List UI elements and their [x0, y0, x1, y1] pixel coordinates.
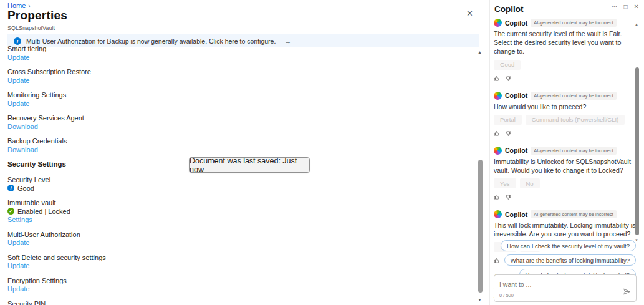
setting-label: Security Level: [7, 176, 444, 184]
encryption-update-link[interactable]: Update: [7, 285, 444, 293]
blade-close-icon[interactable]: ✕: [466, 9, 473, 18]
copilot-scroll-up-icon[interactable]: ▲: [635, 22, 638, 26]
copilot-scrollbar-thumb[interactable]: [635, 67, 639, 235]
info-icon: i: [14, 37, 21, 45]
setting-label: Smart tiering: [7, 45, 444, 53]
setting-encryption: Encryption Settings Update: [7, 277, 444, 293]
security-level-value: Good: [17, 185, 34, 193]
setting-smart-tiering: Smart tiering Update: [7, 45, 444, 61]
message-sender: Copilot: [505, 19, 527, 27]
message-sender: Copilot: [505, 211, 527, 218]
setting-label: Backup Credentials: [7, 137, 444, 145]
immutable-settings-link[interactable]: Settings: [7, 216, 444, 224]
copilot-more-icon[interactable]: ⋯: [612, 3, 618, 10]
thumbs-up-icon[interactable]: [494, 255, 500, 266]
setting-security-pin: Security PIN Generate: [7, 300, 444, 305]
chip-yes: Yes: [494, 178, 516, 188]
ai-disclaimer-badge: AI-generated content may be incorrect: [531, 92, 617, 100]
setting-label: Immutable vault: [7, 199, 444, 207]
char-counter: 0 / 500: [499, 293, 514, 298]
setting-soft-delete: Soft Delete and security settings Update: [7, 254, 444, 270]
ai-disclaimer-badge: AI-generated content may be incorrect: [531, 210, 617, 218]
save-toast: Document was last saved: Just now: [189, 157, 310, 173]
suggestion-chip[interactable]: What are the benefits of locking immutab…: [504, 254, 636, 266]
arrow-right-icon: →: [284, 37, 291, 45]
page-title: Properties: [7, 9, 67, 22]
message-sender: Copilot: [505, 147, 527, 154]
agent-download-link[interactable]: Download: [7, 123, 444, 131]
thumbs-down-icon[interactable]: [505, 128, 511, 139]
immutable-vault-value: Enabled | Locked: [17, 208, 70, 216]
copilot-maximize-icon[interactable]: □: [624, 3, 628, 10]
copilot-header: Copilot ⋯ □ ✕: [490, 0, 644, 15]
smart-tiering-update-link[interactable]: Update: [7, 54, 444, 62]
message-text: This will lock immutability. Locking imm…: [494, 221, 636, 238]
copilot-avatar-icon: [494, 92, 502, 100]
chip-command-tools: Command tools (Powershell/CLI): [526, 115, 625, 125]
setting-immutable-vault: Immutable vault ✓ Enabled | Locked Setti…: [7, 199, 444, 224]
ai-disclaimer-badge: AI-generated content may be incorrect: [531, 19, 617, 27]
settings-list: Smart tiering Update Cross Subscription …: [7, 45, 444, 305]
copilot-panel: Copilot ⋯ □ ✕ Copilot AI-generated conte…: [489, 0, 644, 305]
setting-label: Monitoring Settings: [7, 91, 444, 99]
monitoring-update-link[interactable]: Update: [7, 100, 444, 108]
thumbs-down-icon[interactable]: [505, 191, 511, 203]
setting-security-level: Security Level i Good: [7, 176, 444, 192]
title-more-icon[interactable]: ⋯: [50, 11, 58, 20]
setting-multi-user-authorization: Multi-User Authorization Update: [7, 231, 444, 247]
message-text: How would you like to proceed?: [494, 102, 636, 111]
setting-label: Soft Delete and security settings: [7, 254, 444, 262]
mua-update-link[interactable]: Update: [7, 239, 444, 247]
cross-subscription-update-link[interactable]: Update: [7, 77, 444, 85]
chip-good: Good: [494, 60, 521, 70]
copilot-avatar-icon: [494, 147, 502, 155]
properties-blade: Home› Properties ⋯ ✕ SQLSnapshotVault i …: [0, 0, 483, 305]
setting-recovery-services-agent: Recovery Services Agent Download: [7, 114, 444, 130]
ai-disclaimer-badge: AI-generated content may be incorrect: [531, 147, 617, 155]
copilot-input-box: 0 / 500: [494, 274, 637, 302]
main-scrollbar-thumb[interactable]: [478, 160, 483, 293]
thumbs-up-icon[interactable]: [494, 191, 500, 203]
credentials-download-link[interactable]: Download: [7, 146, 444, 154]
chip-no: No: [520, 178, 540, 188]
setting-monitoring: Monitoring Settings Update: [7, 91, 444, 107]
main-scroll-up-icon[interactable]: ▲: [478, 50, 482, 54]
copilot-message: Copilot AI-generated content may be inco…: [494, 19, 636, 84]
copilot-avatar-icon: [494, 210, 502, 218]
page-subtitle: SQLSnapshotVault: [7, 25, 55, 31]
banner-text: Multi-User Authorization for Backup is n…: [26, 37, 276, 45]
copilot-title: Copilot: [494, 4, 524, 14]
send-icon[interactable]: [623, 287, 631, 298]
thumbs-down-icon[interactable]: [505, 73, 511, 84]
setting-backup-credentials: Backup Credentials Download: [7, 137, 444, 153]
thumbs-up-icon[interactable]: [494, 73, 500, 84]
message-text: The current security level of the vault …: [494, 29, 636, 56]
soft-delete-update-link[interactable]: Update: [7, 262, 444, 270]
setting-label: Multi-User Authorization: [7, 231, 444, 239]
copilot-close-icon[interactable]: ✕: [634, 3, 639, 10]
copilot-avatar-icon: [494, 19, 502, 27]
chip-portal: Portal: [494, 115, 522, 125]
copilot-message: Copilot AI-generated content may be inco…: [494, 92, 636, 139]
setting-cross-subscription-restore: Cross Subscription Restore Update: [7, 68, 444, 84]
setting-label: Cross Subscription Restore: [7, 68, 444, 76]
suggestion-chip[interactable]: How can I check the security level of my…: [501, 240, 636, 251]
check-icon: ✓: [7, 208, 14, 215]
copilot-message: Copilot AI-generated content may be inco…: [494, 147, 636, 203]
copilot-prompt-input[interactable]: [494, 277, 636, 292]
message-sender: Copilot: [505, 92, 527, 99]
setting-label: Recovery Services Agent: [7, 114, 444, 122]
thumbs-up-icon[interactable]: [494, 128, 500, 139]
setting-label: Security PIN: [7, 300, 444, 305]
main-scroll-down-icon[interactable]: ▼: [478, 298, 482, 302]
message-text: Immutability is Unlocked for SQLSnapshot…: [494, 157, 636, 175]
info-icon: i: [7, 185, 14, 191]
setting-label: Encryption Settings: [7, 277, 444, 285]
